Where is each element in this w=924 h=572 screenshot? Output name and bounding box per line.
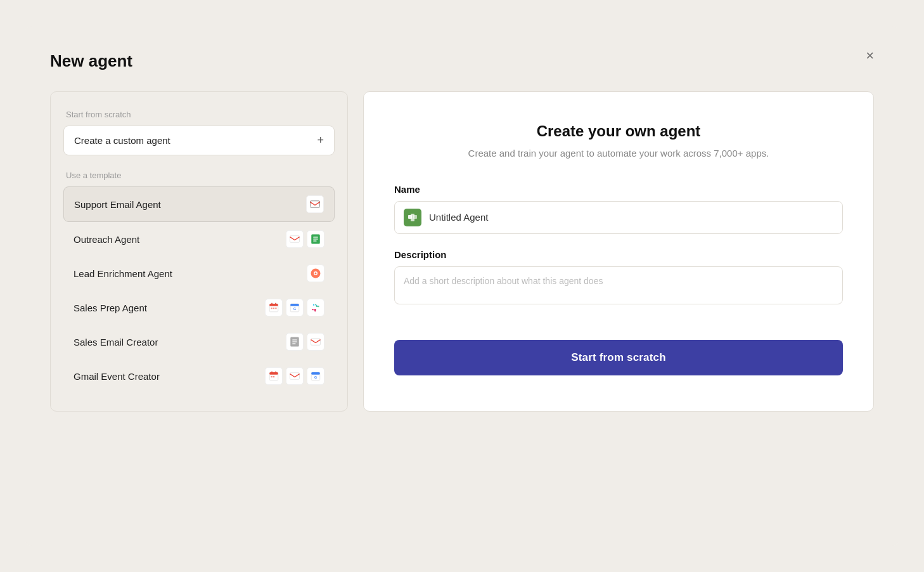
gmail-icon-event — [286, 367, 304, 385]
template-name-outreach: Outreach Agent — [74, 234, 286, 245]
template-item-sales-email[interactable]: Sales Email Creator — [63, 325, 335, 359]
svg-text:G: G — [314, 375, 317, 379]
svg-rect-3 — [313, 237, 318, 238]
template-item-support-email[interactable]: Support Email Agent — [63, 186, 335, 222]
svg-rect-21 — [292, 339, 297, 341]
right-panel-title: Create your own agent — [394, 122, 843, 140]
svg-rect-1 — [290, 236, 300, 243]
template-icons-gmail-event: G — [265, 367, 324, 385]
svg-rect-26 — [269, 372, 278, 375]
svg-rect-13 — [273, 308, 274, 309]
template-item-sales-prep[interactable]: Sales Prep Agent — [63, 290, 335, 325]
template-item-gmail-event[interactable]: Gmail Event Creator — [63, 359, 335, 393]
svg-rect-14 — [275, 308, 276, 309]
modal-title: New agent — [50, 51, 874, 71]
name-input-wrapper — [394, 201, 843, 234]
gcal-icon-gmail: G — [307, 367, 324, 385]
svg-rect-23 — [292, 343, 295, 344]
scratch-section-label: Start from scratch — [63, 110, 335, 119]
template-name-lead-enrichment: Lead Enrichment Agent — [74, 268, 307, 279]
description-label: Description — [394, 249, 843, 260]
name-field-group: Name — [394, 184, 843, 234]
template-icons-sales-email — [286, 333, 324, 351]
svg-rect-27 — [271, 372, 273, 374]
svg-rect-9 — [269, 304, 278, 306]
name-label: Name — [394, 184, 843, 195]
template-icons-outreach — [286, 230, 324, 248]
right-panel-subtitle: Create and train your agent to automate … — [394, 146, 843, 161]
template-list: Support Email Agent — [63, 186, 335, 393]
template-name-gmail-event: Gmail Event Creator — [74, 371, 265, 382]
right-panel-header: Create your own agent Create and train y… — [394, 122, 843, 161]
sheets-icon-sales — [286, 333, 304, 351]
svg-rect-38 — [411, 214, 414, 218]
svg-point-7 — [315, 273, 317, 275]
modal-body: Start from scratch Create a custom agent… — [50, 91, 874, 412]
calendar-icon-gmail — [265, 367, 283, 385]
gmail-icon-sales — [307, 333, 324, 351]
agent-name-input[interactable] — [429, 212, 833, 223]
template-item-outreach[interactable]: Outreach Agent — [63, 222, 335, 256]
gmail-icon-outreach — [286, 230, 304, 248]
template-section-label: Use a template — [63, 171, 335, 180]
svg-rect-22 — [292, 341, 297, 342]
svg-rect-18 — [310, 302, 321, 313]
svg-rect-37 — [411, 218, 414, 221]
sheets-icon-outreach — [307, 230, 324, 248]
svg-rect-10 — [271, 303, 273, 305]
template-icons-lead-enrichment — [307, 264, 324, 282]
svg-rect-0 — [311, 201, 320, 208]
template-name-support-email: Support Email Agent — [74, 199, 306, 210]
plus-icon: + — [317, 134, 324, 147]
svg-rect-12 — [271, 308, 273, 309]
template-icons-sales-prep: G — [265, 299, 324, 316]
svg-rect-29 — [271, 376, 273, 377]
svg-text:G: G — [293, 307, 296, 311]
svg-rect-11 — [275, 303, 276, 305]
close-button[interactable]: × — [866, 49, 874, 63]
description-field-group: Description — [394, 249, 843, 307]
start-from-scratch-button[interactable]: Start from scratch — [394, 340, 843, 375]
create-custom-agent-button[interactable]: Create a custom agent + — [63, 126, 335, 155]
template-icons-support-email — [306, 195, 324, 213]
new-agent-modal: New agent × Start from scratch Create a … — [25, 26, 899, 546]
calendar-icon-sales — [265, 299, 283, 316]
slack-icon-sales — [307, 299, 324, 316]
gcal-icon-sales: G — [286, 299, 304, 316]
right-panel: Create your own agent Create and train y… — [363, 91, 874, 412]
left-panel: Start from scratch Create a custom agent… — [50, 91, 348, 412]
svg-rect-28 — [275, 372, 276, 374]
template-name-sales-prep: Sales Prep Agent — [74, 302, 265, 313]
svg-rect-5 — [313, 240, 316, 242]
custom-agent-label: Create a custom agent — [74, 135, 170, 146]
description-input[interactable] — [394, 266, 843, 304]
template-item-lead-enrichment[interactable]: Lead Enrichment Agent — [63, 256, 335, 290]
template-name-sales-email: Sales Email Creator — [74, 337, 286, 348]
hubspot-icon — [307, 264, 324, 282]
gmail-icon — [306, 195, 324, 213]
svg-rect-30 — [273, 376, 274, 377]
svg-rect-31 — [290, 373, 300, 380]
svg-rect-33 — [311, 372, 320, 375]
svg-rect-24 — [311, 339, 321, 346]
agent-icon-badge — [404, 209, 421, 226]
svg-rect-4 — [313, 238, 318, 240]
svg-rect-16 — [290, 304, 299, 306]
